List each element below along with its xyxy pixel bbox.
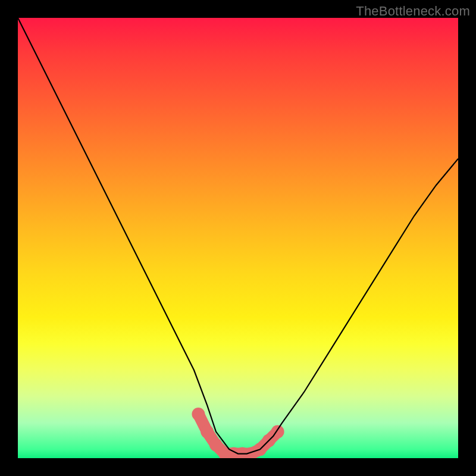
- coral-marker-group: [192, 408, 284, 458]
- chart-frame: TheBottleneck.com: [0, 0, 476, 476]
- chart-svg: [18, 18, 458, 458]
- coral-marker-dot: [192, 408, 205, 421]
- coral-marker-dot: [201, 425, 214, 439]
- watermark-text: TheBottleneck.com: [356, 4, 470, 19]
- bottleneck-curve-path: [18, 18, 458, 454]
- plot-area: [18, 18, 458, 458]
